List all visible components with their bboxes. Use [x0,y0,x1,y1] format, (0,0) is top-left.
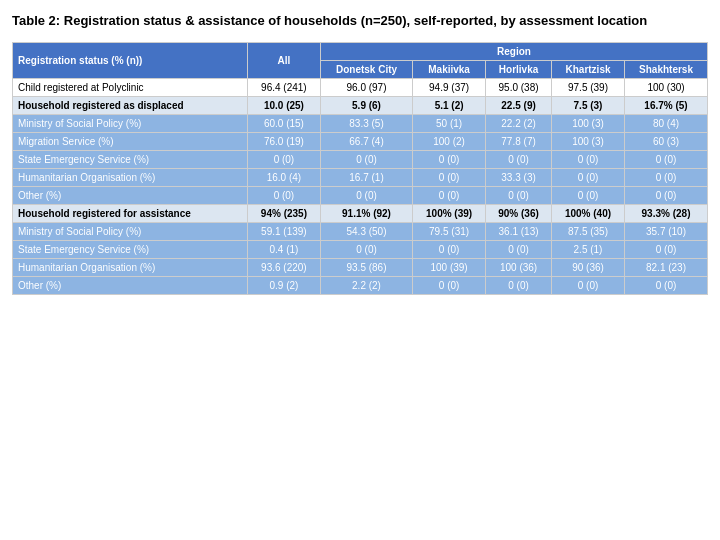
all-col-header: All [247,43,320,79]
table-title: Table 2: Registration status & assistanc… [12,12,708,30]
row-cell: 0 (0) [625,187,708,205]
row-cell: 0 (0) [413,169,486,187]
row-cell: 90 (36) [552,259,625,277]
row-cell: 97.5 (39) [552,79,625,97]
row-cell: 100% (40) [552,205,625,223]
row-label: Other (%) [13,187,248,205]
row-label: Ministry of Social Policy (%) [13,115,248,133]
region-sub-header: Donetsk City [320,61,412,79]
row-label: State Emergency Service (%) [13,241,248,259]
row-cell: 77.8 (7) [486,133,552,151]
row-cell: 5.1 (2) [413,97,486,115]
region-sub-header: Shakhtersk [625,61,708,79]
row-cell: 0 (0) [625,241,708,259]
row-cell: 16.7% (5) [625,97,708,115]
row-cell: 0 (0) [320,241,412,259]
status-col-header: Registration status (% (n)) [13,43,248,79]
row-cell: 87.5 (35) [552,223,625,241]
row-cell: 100 (30) [625,79,708,97]
region-sub-header: Khartzisk [552,61,625,79]
row-cell: 54.3 (50) [320,223,412,241]
row-all-value: 16.0 (4) [247,169,320,187]
row-cell: 95.0 (38) [486,79,552,97]
row-cell: 0 (0) [413,241,486,259]
main-table: Registration status (% (n)) All Region D… [12,42,708,295]
row-cell: 5.9 (6) [320,97,412,115]
row-cell: 60 (3) [625,133,708,151]
row-all-value: 96.4 (241) [247,79,320,97]
row-cell: 80 (4) [625,115,708,133]
row-cell: 50 (1) [413,115,486,133]
row-cell: 35.7 (10) [625,223,708,241]
row-cell: 0 (0) [552,187,625,205]
row-label: Household registered as displaced [13,97,248,115]
row-all-value: 0 (0) [247,187,320,205]
row-cell: 0 (0) [486,241,552,259]
row-cell: 33.3 (3) [486,169,552,187]
row-cell: 100 (2) [413,133,486,151]
row-cell: 22.5 (9) [486,97,552,115]
row-cell: 0 (0) [552,151,625,169]
row-cell: 7.5 (3) [552,97,625,115]
row-all-value: 10.0 (25) [247,97,320,115]
row-cell: 100 (36) [486,259,552,277]
row-all-value: 94% (235) [247,205,320,223]
row-cell: 0 (0) [413,151,486,169]
row-label: Other (%) [13,277,248,295]
row-all-value: 0.9 (2) [247,277,320,295]
row-all-value: 76.0 (19) [247,133,320,151]
row-all-value: 0 (0) [247,151,320,169]
row-cell: 93.5 (86) [320,259,412,277]
row-cell: 2.5 (1) [552,241,625,259]
row-all-value: 93.6 (220) [247,259,320,277]
row-cell: 0 (0) [413,187,486,205]
row-cell: 96.0 (97) [320,79,412,97]
row-cell: 0 (0) [320,151,412,169]
region-sub-header: Makiivka [413,61,486,79]
row-all-value: 0.4 (1) [247,241,320,259]
row-cell: 0 (0) [625,277,708,295]
row-label: Humanitarian Organisation (%) [13,169,248,187]
row-cell: 82.1 (23) [625,259,708,277]
row-label: Humanitarian Organisation (%) [13,259,248,277]
row-cell: 91.1% (92) [320,205,412,223]
row-all-value: 60.0 (15) [247,115,320,133]
row-cell: 100 (3) [552,115,625,133]
row-cell: 100 (39) [413,259,486,277]
row-label: State Emergency Service (%) [13,151,248,169]
row-cell: 0 (0) [625,169,708,187]
region-col-header: Region [320,43,707,61]
row-label: Household registered for assistance [13,205,248,223]
row-cell: 36.1 (13) [486,223,552,241]
row-cell: 79.5 (31) [413,223,486,241]
row-cell: 100 (3) [552,133,625,151]
row-cell: 2.2 (2) [320,277,412,295]
row-label: Child registered at Polyclinic [13,79,248,97]
row-cell: 66.7 (4) [320,133,412,151]
row-cell: 0 (0) [552,169,625,187]
row-cell: 94.9 (37) [413,79,486,97]
row-cell: 90% (36) [486,205,552,223]
row-label: Migration Service (%) [13,133,248,151]
row-cell: 0 (0) [320,187,412,205]
row-cell: 22.2 (2) [486,115,552,133]
row-cell: 0 (0) [486,187,552,205]
row-cell: 93.3% (28) [625,205,708,223]
row-cell: 0 (0) [625,151,708,169]
row-cell: 16.7 (1) [320,169,412,187]
row-all-value: 59.1 (139) [247,223,320,241]
row-label: Ministry of Social Policy (%) [13,223,248,241]
row-cell: 0 (0) [552,277,625,295]
row-cell: 0 (0) [486,151,552,169]
row-cell: 83.3 (5) [320,115,412,133]
row-cell: 0 (0) [413,277,486,295]
row-cell: 100% (39) [413,205,486,223]
region-sub-header: Horlivka [486,61,552,79]
row-cell: 0 (0) [486,277,552,295]
